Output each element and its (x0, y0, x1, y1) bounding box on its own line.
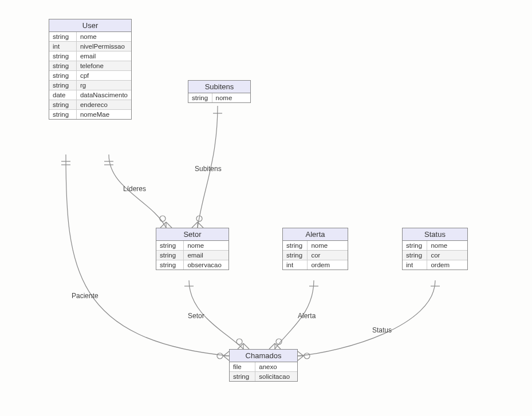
entity-status[interactable]: Status stringnome stringcor intordem (402, 228, 468, 270)
svg-point-28 (304, 353, 310, 359)
svg-line-24 (269, 343, 275, 349)
rel-label-lideres: Líderes (123, 185, 146, 193)
svg-point-13 (217, 353, 223, 359)
entity-chamados[interactable]: Chamados fileanexo stringsolicitacao (229, 349, 298, 382)
entity-attrs: stringnome stringemail stringobservacao (156, 241, 228, 270)
entity-attrs: stringnome (188, 93, 250, 102)
svg-line-29 (298, 351, 304, 356)
entity-setor[interactable]: Setor stringnome stringemail stringobser… (156, 228, 229, 270)
svg-point-7 (196, 216, 202, 221)
entity-title: Chamados (230, 350, 297, 362)
entity-attrs: stringnome intnivelPermissao stringemail… (49, 32, 131, 119)
entity-title: Setor (156, 228, 228, 241)
rel-label-setor: Setor (188, 312, 204, 320)
rel-label-alerta: Alerta (298, 312, 316, 320)
svg-line-19 (238, 343, 243, 349)
svg-point-23 (276, 339, 282, 344)
entity-title: User (49, 19, 131, 32)
rel-label-status: Status (372, 326, 392, 334)
rel-label-subitens: Subitens (195, 165, 222, 173)
entity-title: Status (403, 228, 467, 241)
svg-line-26 (275, 343, 281, 349)
svg-point-18 (237, 339, 242, 344)
svg-line-21 (243, 343, 249, 349)
svg-line-31 (298, 356, 304, 360)
svg-line-5 (166, 222, 172, 228)
entity-title: Subitens (188, 81, 250, 93)
entity-attrs: stringnome stringcor intordem (283, 241, 348, 270)
svg-line-8 (192, 222, 198, 228)
svg-line-14 (223, 351, 229, 356)
entity-title: Alerta (283, 228, 348, 241)
svg-line-16 (223, 356, 229, 360)
svg-line-10 (198, 222, 203, 228)
entity-alerta[interactable]: Alerta stringnome stringcor intordem (282, 228, 348, 270)
entity-attrs: stringnome stringcor intordem (403, 241, 467, 270)
rel-label-paciente: Paciente (72, 292, 98, 300)
entity-subitens[interactable]: Subitens stringnome (188, 80, 251, 103)
svg-point-2 (160, 216, 165, 221)
svg-line-3 (160, 222, 166, 228)
entity-user[interactable]: User stringnome intnivelPermissao string… (49, 19, 132, 120)
entity-attrs: fileanexo stringsolicitacao (230, 362, 297, 381)
